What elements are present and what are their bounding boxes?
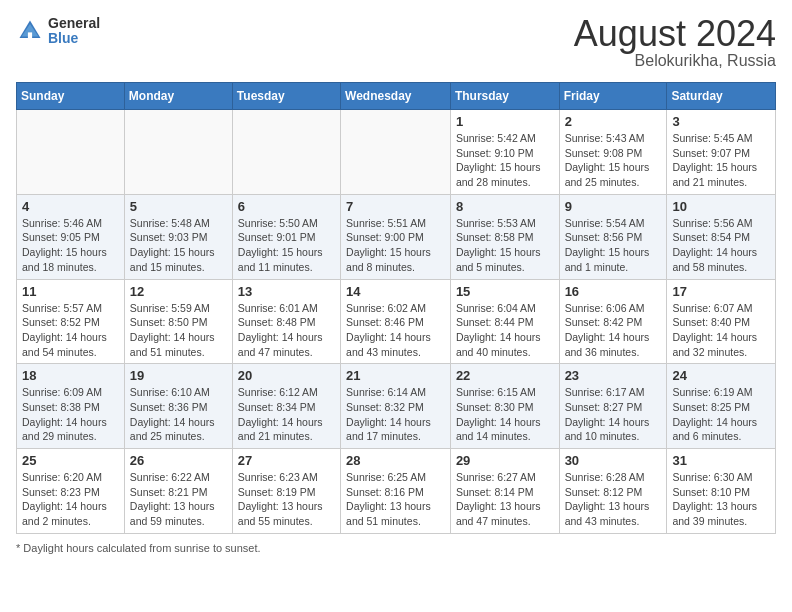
- calendar-cell: 28Sunrise: 6:25 AM Sunset: 8:16 PM Dayli…: [341, 449, 451, 534]
- day-number: 31: [672, 453, 770, 468]
- day-number: 5: [130, 199, 227, 214]
- calendar-cell: 8Sunrise: 5:53 AM Sunset: 8:58 PM Daylig…: [450, 194, 559, 279]
- day-info: Sunrise: 6:01 AM Sunset: 8:48 PM Dayligh…: [238, 301, 335, 360]
- footer-text: Daylight hours: [23, 542, 93, 554]
- page-subtitle: Belokurikha, Russia: [574, 52, 776, 70]
- calendar-cell: 15Sunrise: 6:04 AM Sunset: 8:44 PM Dayli…: [450, 279, 559, 364]
- day-number: 24: [672, 368, 770, 383]
- day-info: Sunrise: 6:09 AM Sunset: 8:38 PM Dayligh…: [22, 385, 119, 444]
- day-info: Sunrise: 6:20 AM Sunset: 8:23 PM Dayligh…: [22, 470, 119, 529]
- calendar-cell: 18Sunrise: 6:09 AM Sunset: 8:38 PM Dayli…: [17, 364, 125, 449]
- day-info: Sunrise: 6:04 AM Sunset: 8:44 PM Dayligh…: [456, 301, 554, 360]
- day-number: 1: [456, 114, 554, 129]
- day-info: Sunrise: 5:43 AM Sunset: 9:08 PM Dayligh…: [565, 131, 662, 190]
- page-header: General Blue August 2024 Belokurikha, Ru…: [16, 16, 776, 70]
- day-number: 16: [565, 284, 662, 299]
- day-info: Sunrise: 6:17 AM Sunset: 8:27 PM Dayligh…: [565, 385, 662, 444]
- day-info: Sunrise: 5:45 AM Sunset: 9:07 PM Dayligh…: [672, 131, 770, 190]
- day-number: 19: [130, 368, 227, 383]
- calendar-cell: 13Sunrise: 6:01 AM Sunset: 8:48 PM Dayli…: [232, 279, 340, 364]
- logo-line2: Blue: [48, 31, 100, 46]
- day-number: 21: [346, 368, 445, 383]
- calendar-cell: 16Sunrise: 6:06 AM Sunset: 8:42 PM Dayli…: [559, 279, 667, 364]
- calendar-cell: 6Sunrise: 5:50 AM Sunset: 9:01 PM Daylig…: [232, 194, 340, 279]
- calendar-cell: [17, 110, 125, 195]
- weekday-row: SundayMondayTuesdayWednesdayThursdayFrid…: [17, 83, 776, 110]
- day-info: Sunrise: 6:28 AM Sunset: 8:12 PM Dayligh…: [565, 470, 662, 529]
- calendar-cell: [232, 110, 340, 195]
- day-info: Sunrise: 5:57 AM Sunset: 8:52 PM Dayligh…: [22, 301, 119, 360]
- day-number: 17: [672, 284, 770, 299]
- day-info: Sunrise: 6:22 AM Sunset: 8:21 PM Dayligh…: [130, 470, 227, 529]
- calendar-cell: 25Sunrise: 6:20 AM Sunset: 8:23 PM Dayli…: [17, 449, 125, 534]
- logo-text: General Blue: [48, 16, 100, 47]
- logo-line1: General: [48, 16, 100, 31]
- day-info: Sunrise: 5:48 AM Sunset: 9:03 PM Dayligh…: [130, 216, 227, 275]
- day-info: Sunrise: 6:02 AM Sunset: 8:46 PM Dayligh…: [346, 301, 445, 360]
- calendar-body: 1Sunrise: 5:42 AM Sunset: 9:10 PM Daylig…: [17, 110, 776, 534]
- calendar-cell: 31Sunrise: 6:30 AM Sunset: 8:10 PM Dayli…: [667, 449, 776, 534]
- day-info: Sunrise: 6:14 AM Sunset: 8:32 PM Dayligh…: [346, 385, 445, 444]
- calendar-cell: [341, 110, 451, 195]
- day-info: Sunrise: 6:23 AM Sunset: 8:19 PM Dayligh…: [238, 470, 335, 529]
- title-block: August 2024 Belokurikha, Russia: [574, 16, 776, 70]
- calendar-cell: 20Sunrise: 6:12 AM Sunset: 8:34 PM Dayli…: [232, 364, 340, 449]
- calendar-cell: 10Sunrise: 5:56 AM Sunset: 8:54 PM Dayli…: [667, 194, 776, 279]
- day-number: 26: [130, 453, 227, 468]
- calendar-cell: 12Sunrise: 5:59 AM Sunset: 8:50 PM Dayli…: [124, 279, 232, 364]
- day-info: Sunrise: 5:54 AM Sunset: 8:56 PM Dayligh…: [565, 216, 662, 275]
- calendar-cell: 21Sunrise: 6:14 AM Sunset: 8:32 PM Dayli…: [341, 364, 451, 449]
- calendar-cell: 11Sunrise: 5:57 AM Sunset: 8:52 PM Dayli…: [17, 279, 125, 364]
- calendar-cell: 26Sunrise: 6:22 AM Sunset: 8:21 PM Dayli…: [124, 449, 232, 534]
- calendar-cell: 14Sunrise: 6:02 AM Sunset: 8:46 PM Dayli…: [341, 279, 451, 364]
- calendar-week-row: 4Sunrise: 5:46 AM Sunset: 9:05 PM Daylig…: [17, 194, 776, 279]
- day-number: 12: [130, 284, 227, 299]
- day-number: 4: [22, 199, 119, 214]
- calendar-cell: 3Sunrise: 5:45 AM Sunset: 9:07 PM Daylig…: [667, 110, 776, 195]
- day-info: Sunrise: 6:07 AM Sunset: 8:40 PM Dayligh…: [672, 301, 770, 360]
- day-number: 28: [346, 453, 445, 468]
- day-info: Sunrise: 5:46 AM Sunset: 9:05 PM Dayligh…: [22, 216, 119, 275]
- weekday-header: Tuesday: [232, 83, 340, 110]
- calendar-cell: 5Sunrise: 5:48 AM Sunset: 9:03 PM Daylig…: [124, 194, 232, 279]
- calendar-cell: 30Sunrise: 6:28 AM Sunset: 8:12 PM Dayli…: [559, 449, 667, 534]
- day-number: 14: [346, 284, 445, 299]
- logo: General Blue: [16, 16, 100, 47]
- day-number: 7: [346, 199, 445, 214]
- weekday-header: Monday: [124, 83, 232, 110]
- calendar-cell: 1Sunrise: 5:42 AM Sunset: 9:10 PM Daylig…: [450, 110, 559, 195]
- day-number: 15: [456, 284, 554, 299]
- calendar-cell: 29Sunrise: 6:27 AM Sunset: 8:14 PM Dayli…: [450, 449, 559, 534]
- day-info: Sunrise: 5:59 AM Sunset: 8:50 PM Dayligh…: [130, 301, 227, 360]
- day-number: 2: [565, 114, 662, 129]
- day-info: Sunrise: 6:25 AM Sunset: 8:16 PM Dayligh…: [346, 470, 445, 529]
- calendar-cell: 4Sunrise: 5:46 AM Sunset: 9:05 PM Daylig…: [17, 194, 125, 279]
- weekday-header: Friday: [559, 83, 667, 110]
- day-number: 10: [672, 199, 770, 214]
- day-info: Sunrise: 5:51 AM Sunset: 9:00 PM Dayligh…: [346, 216, 445, 275]
- day-info: Sunrise: 6:06 AM Sunset: 8:42 PM Dayligh…: [565, 301, 662, 360]
- calendar-cell: 24Sunrise: 6:19 AM Sunset: 8:25 PM Dayli…: [667, 364, 776, 449]
- day-number: 8: [456, 199, 554, 214]
- day-number: 9: [565, 199, 662, 214]
- calendar-week-row: 18Sunrise: 6:09 AM Sunset: 8:38 PM Dayli…: [17, 364, 776, 449]
- day-number: 23: [565, 368, 662, 383]
- weekday-header: Thursday: [450, 83, 559, 110]
- day-number: 30: [565, 453, 662, 468]
- day-number: 18: [22, 368, 119, 383]
- calendar-week-row: 1Sunrise: 5:42 AM Sunset: 9:10 PM Daylig…: [17, 110, 776, 195]
- day-info: Sunrise: 6:30 AM Sunset: 8:10 PM Dayligh…: [672, 470, 770, 529]
- calendar-cell: 19Sunrise: 6:10 AM Sunset: 8:36 PM Dayli…: [124, 364, 232, 449]
- day-info: Sunrise: 5:50 AM Sunset: 9:01 PM Dayligh…: [238, 216, 335, 275]
- weekday-header: Sunday: [17, 83, 125, 110]
- day-number: 20: [238, 368, 335, 383]
- calendar-cell: 7Sunrise: 5:51 AM Sunset: 9:00 PM Daylig…: [341, 194, 451, 279]
- weekday-header: Saturday: [667, 83, 776, 110]
- day-number: 11: [22, 284, 119, 299]
- day-info: Sunrise: 6:19 AM Sunset: 8:25 PM Dayligh…: [672, 385, 770, 444]
- calendar-cell: 27Sunrise: 6:23 AM Sunset: 8:19 PM Dayli…: [232, 449, 340, 534]
- svg-rect-2: [28, 33, 32, 39]
- day-info: Sunrise: 6:12 AM Sunset: 8:34 PM Dayligh…: [238, 385, 335, 444]
- day-number: 13: [238, 284, 335, 299]
- calendar-header: SundayMondayTuesdayWednesdayThursdayFrid…: [17, 83, 776, 110]
